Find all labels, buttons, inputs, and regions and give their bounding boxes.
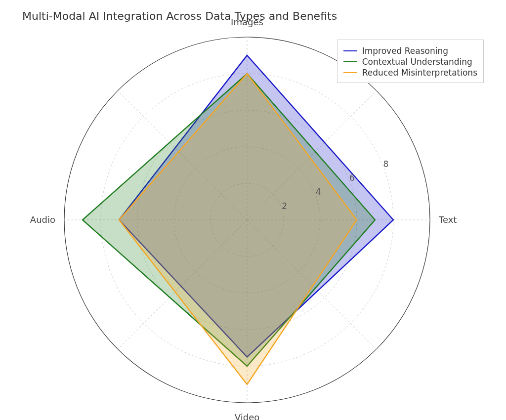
r-tick-label: 2 — [282, 201, 287, 211]
axis-label-text: Text — [438, 214, 457, 225]
r-tick-label: 8 — [383, 159, 388, 169]
legend-item: Reduced Misinterpretations — [343, 68, 477, 78]
legend-label: Contextual Understanding — [362, 57, 472, 67]
legend-swatch — [343, 72, 357, 73]
legend-item: Improved Reasoning — [343, 46, 477, 56]
legend-swatch — [343, 50, 357, 51]
legend: Improved ReasoningContextual Understandi… — [337, 40, 484, 83]
chart-title: Multi-Modal AI Integration Across Data T… — [22, 10, 337, 22]
legend-swatch — [343, 61, 357, 62]
legend-item: Contextual Understanding — [343, 57, 477, 67]
r-tick-label: 4 — [316, 187, 321, 197]
axis-label-audio: Audio — [30, 214, 55, 225]
axis-label-video: Video — [235, 412, 259, 420]
legend-label: Reduced Misinterpretations — [362, 68, 477, 78]
r-tick-label: 6 — [349, 173, 355, 183]
legend-label: Improved Reasoning — [362, 46, 448, 56]
series-2 — [119, 74, 357, 384]
